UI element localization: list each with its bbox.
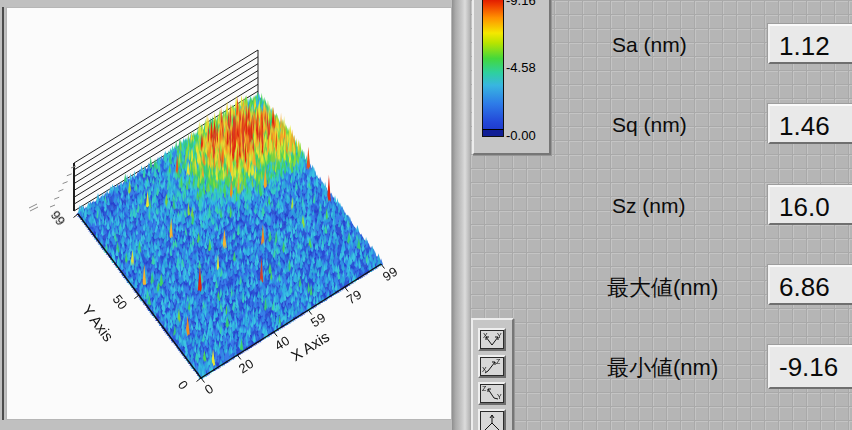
svg-text:X: X [482,366,487,373]
panel-divider [452,0,470,430]
max-label: 最大値(nm) [607,273,718,303]
project-zy-icon: Z Y [480,384,504,403]
project-xy-icon: X Y [480,330,504,349]
sa-label: Sa (nm) [612,33,687,57]
svg-text:Y: Y [497,393,502,400]
svg-text:Z: Z [482,385,487,392]
labview-front-panel: X Axis Y Axis 0 20 40 59 79 99 0 50 99 -… [0,0,852,430]
color-scale-tick-mid: -4.58 [506,60,536,75]
sa-value: 1.12 [768,24,852,64]
project-xy-button[interactable]: X Y [478,328,506,351]
color-scale-end-block [482,129,504,137]
sq-label: Sq (nm) [612,113,687,137]
svg-text:X: X [483,332,488,339]
sq-value: 1.46 [768,104,852,144]
max-value: 6.86 [768,265,852,305]
view-3d-icon [480,411,504,430]
view-3d-button[interactable] [478,409,506,430]
project-zy-button[interactable]: Z Y [478,382,506,405]
control-panel: -9.16 -4.58 -0.00 Sa (nm) 1.12 Sq (nm) 1… [470,0,852,430]
project-xz-icon: X Z [480,357,504,376]
color-scale-panel: -9.16 -4.58 -0.00 [472,0,551,155]
sz-label: Sz (nm) [612,194,686,218]
surface-plot-canvas[interactable] [7,8,451,419]
project-xz-button[interactable]: X Z [478,355,506,378]
window-edge-line [2,7,4,420]
color-scale-gradient [482,0,504,137]
svg-text:Z: Z [496,358,501,365]
svg-text:Y: Y [497,332,502,339]
color-scale-tick-top: -9.16 [506,0,536,8]
surface-plot-3d[interactable]: X Axis Y Axis 0 20 40 59 79 99 0 50 99 [6,7,452,420]
min-label: 最小値(nm) [607,353,718,383]
color-scale-tick-bottom: -0.00 [506,128,536,143]
min-value: -9.16 [768,345,852,389]
sz-value: 16.0 [768,185,852,225]
projection-button-panel: X Y X Z [471,318,514,430]
